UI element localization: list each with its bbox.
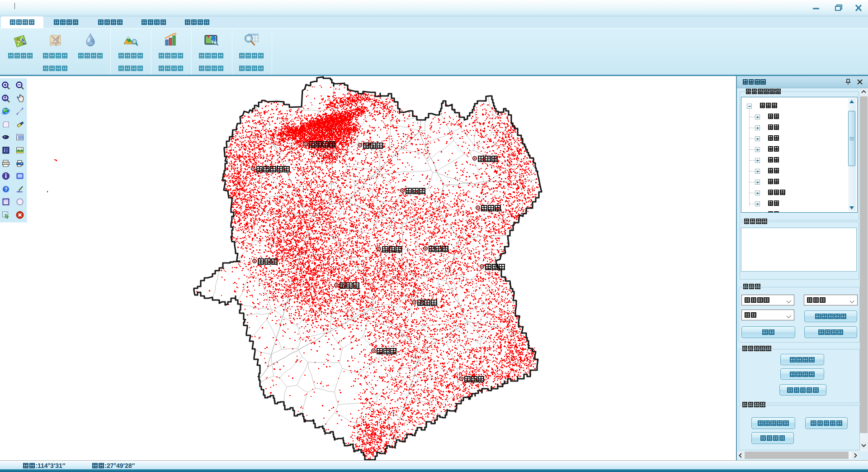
svg-text:?: ? (5, 186, 8, 192)
